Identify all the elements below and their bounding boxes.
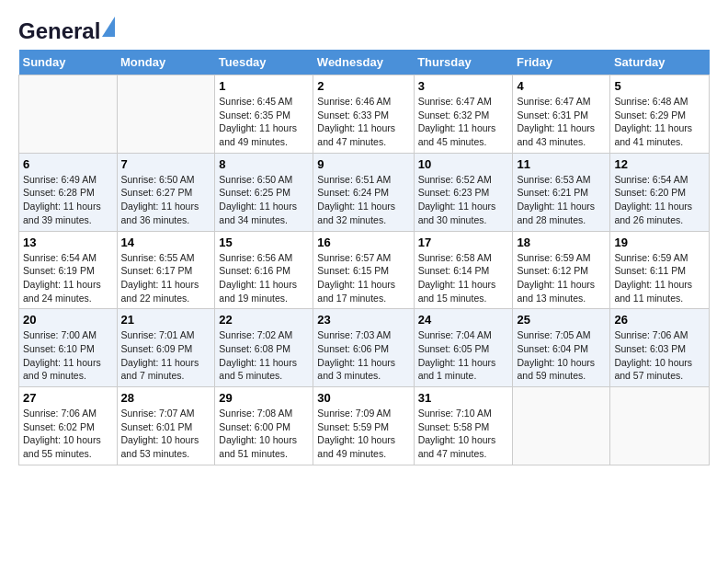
day-info: Sunrise: 6:46 AM Sunset: 6:33 PM Dayligh… xyxy=(317,95,409,149)
col-header-thursday: Thursday xyxy=(414,50,513,75)
col-header-friday: Friday xyxy=(513,50,610,75)
day-number: 6 xyxy=(23,157,113,171)
calendar-cell: 2Sunrise: 6:46 AM Sunset: 6:33 PM Daylig… xyxy=(313,75,414,154)
calendar-cell: 9Sunrise: 6:51 AM Sunset: 6:24 PM Daylig… xyxy=(313,153,414,231)
day-number: 11 xyxy=(517,157,606,171)
calendar-cell xyxy=(513,387,610,465)
day-number: 16 xyxy=(317,236,409,249)
day-number: 14 xyxy=(121,236,211,249)
calendar-cell: 28Sunrise: 7:07 AM Sunset: 6:01 PM Dayli… xyxy=(117,387,215,465)
calendar-cell: 5Sunrise: 6:48 AM Sunset: 6:29 PM Daylig… xyxy=(610,75,710,154)
day-info: Sunrise: 6:55 AM Sunset: 6:17 PM Dayligh… xyxy=(121,251,211,305)
day-number: 3 xyxy=(418,79,509,93)
day-number: 8 xyxy=(219,157,309,171)
day-info: Sunrise: 7:06 AM Sunset: 6:02 PM Dayligh… xyxy=(23,407,113,461)
calendar-cell: 22Sunrise: 7:02 AM Sunset: 6:08 PM Dayli… xyxy=(215,309,313,387)
day-number: 27 xyxy=(23,391,113,405)
calendar-cell: 3Sunrise: 6:47 AM Sunset: 6:32 PM Daylig… xyxy=(414,75,513,154)
day-number: 29 xyxy=(219,391,309,405)
day-number: 18 xyxy=(517,236,606,249)
calendar-cell: 6Sunrise: 6:49 AM Sunset: 6:28 PM Daylig… xyxy=(19,153,118,231)
day-number: 12 xyxy=(614,157,705,171)
day-info: Sunrise: 7:04 AM Sunset: 6:05 PM Dayligh… xyxy=(418,328,509,383)
day-info: Sunrise: 7:09 AM Sunset: 5:59 PM Dayligh… xyxy=(317,407,409,461)
calendar-cell: 23Sunrise: 7:03 AM Sunset: 6:06 PM Dayli… xyxy=(313,309,414,387)
day-info: Sunrise: 6:50 AM Sunset: 6:27 PM Dayligh… xyxy=(121,173,211,227)
day-number: 30 xyxy=(317,391,409,405)
day-info: Sunrise: 6:52 AM Sunset: 6:23 PM Dayligh… xyxy=(418,173,509,227)
day-info: Sunrise: 7:07 AM Sunset: 6:01 PM Dayligh… xyxy=(121,407,211,461)
calendar-cell: 10Sunrise: 6:52 AM Sunset: 6:23 PM Dayli… xyxy=(414,153,513,231)
day-number: 5 xyxy=(614,79,705,93)
col-header-wednesday: Wednesday xyxy=(313,50,414,75)
day-number: 22 xyxy=(219,313,309,327)
calendar-cell: 13Sunrise: 6:54 AM Sunset: 6:19 PM Dayli… xyxy=(19,231,118,309)
day-number: 10 xyxy=(418,157,509,171)
calendar-cell: 16Sunrise: 6:57 AM Sunset: 6:15 PM Dayli… xyxy=(313,231,414,309)
calendar-cell: 12Sunrise: 6:54 AM Sunset: 6:20 PM Dayli… xyxy=(610,153,710,231)
day-info: Sunrise: 6:56 AM Sunset: 6:16 PM Dayligh… xyxy=(219,251,309,305)
calendar-cell: 7Sunrise: 6:50 AM Sunset: 6:27 PM Daylig… xyxy=(117,153,215,231)
week-row-3: 13Sunrise: 6:54 AM Sunset: 6:19 PM Dayli… xyxy=(19,231,710,309)
day-info: Sunrise: 7:05 AM Sunset: 6:04 PM Dayligh… xyxy=(517,328,606,383)
calendar-cell: 15Sunrise: 6:56 AM Sunset: 6:16 PM Dayli… xyxy=(215,231,313,309)
week-row-1: 1Sunrise: 6:45 AM Sunset: 6:35 PM Daylig… xyxy=(19,75,710,154)
col-header-saturday: Saturday xyxy=(610,50,710,75)
calendar-cell: 30Sunrise: 7:09 AM Sunset: 5:59 PM Dayli… xyxy=(313,387,414,465)
week-row-2: 6Sunrise: 6:49 AM Sunset: 6:28 PM Daylig… xyxy=(19,153,710,231)
day-info: Sunrise: 6:53 AM Sunset: 6:21 PM Dayligh… xyxy=(517,173,606,227)
day-number: 13 xyxy=(23,236,113,249)
week-row-5: 27Sunrise: 7:06 AM Sunset: 6:02 PM Dayli… xyxy=(19,387,710,465)
day-info: Sunrise: 6:50 AM Sunset: 6:25 PM Dayligh… xyxy=(219,173,309,227)
col-header-tuesday: Tuesday xyxy=(215,50,313,75)
calendar-cell: 1Sunrise: 6:45 AM Sunset: 6:35 PM Daylig… xyxy=(215,75,313,154)
calendar-cell xyxy=(19,75,118,154)
day-number: 23 xyxy=(317,313,409,327)
day-info: Sunrise: 6:54 AM Sunset: 6:19 PM Dayligh… xyxy=(23,251,113,305)
calendar-cell xyxy=(610,387,710,465)
calendar-cell: 4Sunrise: 6:47 AM Sunset: 6:31 PM Daylig… xyxy=(513,75,610,154)
logo: General xyxy=(18,18,100,40)
week-row-4: 20Sunrise: 7:00 AM Sunset: 6:10 PM Dayli… xyxy=(19,309,710,387)
calendar-cell: 21Sunrise: 7:01 AM Sunset: 6:09 PM Dayli… xyxy=(117,309,215,387)
calendar-cell: 18Sunrise: 6:59 AM Sunset: 6:12 PM Dayli… xyxy=(513,231,610,309)
day-info: Sunrise: 6:47 AM Sunset: 6:31 PM Dayligh… xyxy=(517,95,606,149)
calendar-cell: 8Sunrise: 6:50 AM Sunset: 6:25 PM Daylig… xyxy=(215,153,313,231)
day-info: Sunrise: 7:08 AM Sunset: 6:00 PM Dayligh… xyxy=(219,407,309,461)
day-info: Sunrise: 7:00 AM Sunset: 6:10 PM Dayligh… xyxy=(23,328,113,383)
calendar-cell: 14Sunrise: 6:55 AM Sunset: 6:17 PM Dayli… xyxy=(117,231,215,309)
calendar-cell: 24Sunrise: 7:04 AM Sunset: 6:05 PM Dayli… xyxy=(414,309,513,387)
day-number: 9 xyxy=(317,157,409,171)
day-info: Sunrise: 7:02 AM Sunset: 6:08 PM Dayligh… xyxy=(219,328,309,383)
day-number: 20 xyxy=(23,313,113,327)
day-info: Sunrise: 7:06 AM Sunset: 6:03 PM Dayligh… xyxy=(614,328,705,383)
day-info: Sunrise: 7:10 AM Sunset: 5:58 PM Dayligh… xyxy=(418,407,509,461)
day-number: 28 xyxy=(121,391,211,405)
page-header: General xyxy=(18,18,710,40)
calendar-cell: 19Sunrise: 6:59 AM Sunset: 6:11 PM Dayli… xyxy=(610,231,710,309)
calendar-cell: 26Sunrise: 7:06 AM Sunset: 6:03 PM Dayli… xyxy=(610,309,710,387)
day-number: 2 xyxy=(317,79,409,93)
day-number: 1 xyxy=(219,79,309,93)
logo-triangle xyxy=(102,17,115,37)
calendar-cell: 31Sunrise: 7:10 AM Sunset: 5:58 PM Dayli… xyxy=(414,387,513,465)
logo-general: General xyxy=(18,18,100,43)
day-info: Sunrise: 6:57 AM Sunset: 6:15 PM Dayligh… xyxy=(317,251,409,305)
calendar-cell xyxy=(117,75,215,154)
calendar-cell: 17Sunrise: 6:58 AM Sunset: 6:14 PM Dayli… xyxy=(414,231,513,309)
col-header-sunday: Sunday xyxy=(19,50,118,75)
day-number: 4 xyxy=(517,79,606,93)
calendar-cell: 11Sunrise: 6:53 AM Sunset: 6:21 PM Dayli… xyxy=(513,153,610,231)
day-number: 19 xyxy=(614,236,705,249)
calendar-cell: 29Sunrise: 7:08 AM Sunset: 6:00 PM Dayli… xyxy=(215,387,313,465)
day-info: Sunrise: 6:49 AM Sunset: 6:28 PM Dayligh… xyxy=(23,173,113,227)
day-number: 15 xyxy=(219,236,309,249)
calendar-table: SundayMondayTuesdayWednesdayThursdayFrid… xyxy=(18,50,710,465)
day-number: 25 xyxy=(517,313,606,327)
day-info: Sunrise: 6:59 AM Sunset: 6:11 PM Dayligh… xyxy=(614,251,705,305)
day-number: 24 xyxy=(418,313,509,327)
day-number: 31 xyxy=(418,391,509,405)
day-info: Sunrise: 6:47 AM Sunset: 6:32 PM Dayligh… xyxy=(418,95,509,149)
day-info: Sunrise: 6:59 AM Sunset: 6:12 PM Dayligh… xyxy=(517,251,606,305)
day-info: Sunrise: 6:54 AM Sunset: 6:20 PM Dayligh… xyxy=(614,173,705,227)
